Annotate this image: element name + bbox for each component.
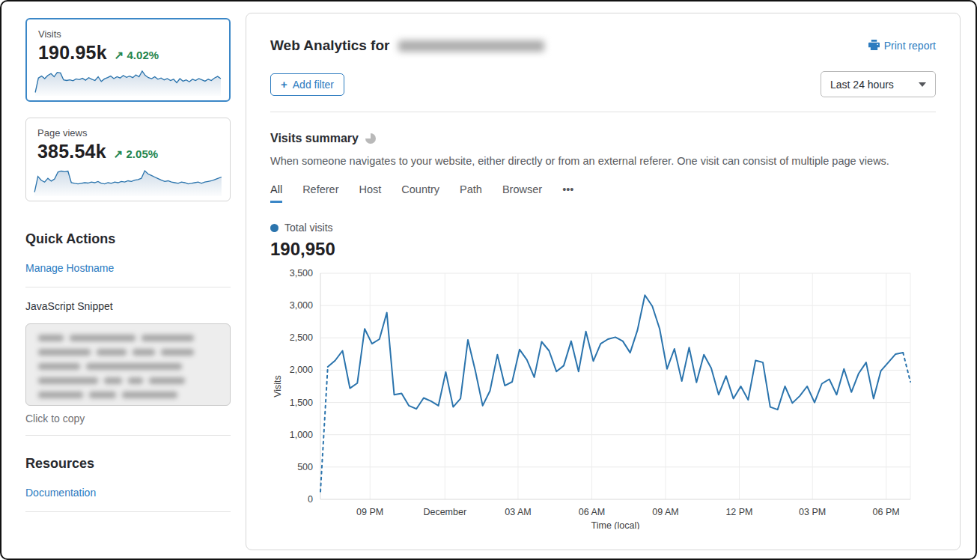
svg-text:3,500: 3,500: [290, 268, 313, 279]
time-range-select[interactable]: Last 24 hours: [821, 71, 936, 97]
divider: [25, 435, 231, 436]
javascript-snippet-box[interactable]: [25, 323, 231, 406]
visits-summary-section: Visits summary When someone navigates to…: [246, 112, 960, 532]
tab-referer[interactable]: Referer: [302, 183, 338, 203]
stat-card-visits[interactable]: Visits 190.95k ↗ 4.02%: [25, 18, 231, 102]
stat-card-pageviews[interactable]: Page views 385.54k ↗ 2.05%: [25, 118, 231, 201]
svg-text:500: 500: [297, 462, 313, 472]
svg-text:06 AM: 06 AM: [579, 507, 605, 517]
plus-icon: +: [281, 79, 287, 90]
print-report-link[interactable]: Print report: [868, 40, 936, 52]
stat-card-visits-label: Visits: [38, 28, 218, 40]
tab-path[interactable]: Path: [460, 183, 482, 203]
printer-icon: [868, 40, 880, 52]
divider: [25, 511, 231, 512]
svg-text:03 PM: 03 PM: [799, 507, 826, 517]
app-window: Visits 190.95k ↗ 4.02% Page views 385.54…: [0, 0, 977, 560]
divider: [25, 287, 231, 287]
chevron-down-icon: [919, 82, 926, 87]
main-header: Web Analytics for Print report + Add fil…: [246, 13, 960, 112]
resources-heading: Resources: [25, 456, 231, 472]
tab-more-ellipsis[interactable]: •••: [562, 183, 573, 203]
tab-country[interactable]: Country: [401, 183, 439, 203]
svg-text:1,500: 1,500: [290, 398, 313, 408]
svg-text:0: 0: [308, 494, 313, 505]
visits-line-chart: 05001,0001,5002,0002,5003,0003,50009 PMD…: [270, 266, 936, 532]
chart-legend: Total visits: [270, 222, 936, 234]
visits-sparkline: [33, 59, 223, 97]
svg-text:12 PM: 12 PM: [725, 507, 752, 517]
svg-text:2,000: 2,000: [290, 365, 313, 375]
trend-up-icon: ↗: [114, 147, 124, 160]
svg-text:1,000: 1,000: [290, 430, 313, 440]
tab-host[interactable]: Host: [359, 183, 381, 203]
svg-text:December: December: [423, 507, 466, 517]
svg-text:06 PM: 06 PM: [873, 507, 900, 517]
dimension-tabs: All Referer Host Country Path Browser ••…: [270, 183, 936, 203]
add-filter-button[interactable]: + Add filter: [270, 73, 344, 96]
svg-text:Visits: Visits: [273, 375, 283, 398]
main-panel: Web Analytics for Print report + Add fil…: [246, 13, 961, 550]
svg-text:3,000: 3,000: [290, 300, 313, 311]
legend-dot-icon: [270, 224, 279, 232]
svg-text:Time (local): Time (local): [591, 520, 640, 529]
click-to-copy-hint: Click to copy: [25, 413, 231, 424]
svg-text:09 PM: 09 PM: [356, 507, 383, 517]
page-title: Web Analytics for: [270, 37, 389, 54]
quick-actions-heading: Quick Actions: [25, 231, 231, 247]
tab-browser[interactable]: Browser: [502, 183, 542, 203]
total-visits-value: 190,950: [270, 239, 936, 260]
sidebar: Visits 190.95k ↗ 4.02% Page views 385.54…: [25, 18, 231, 512]
javascript-snippet-label: JavaScript Snippet: [25, 300, 231, 312]
pageviews-sparkline: [32, 159, 224, 197]
tab-all[interactable]: All: [270, 183, 282, 203]
blurred-domain: [398, 40, 544, 52]
stat-card-pageviews-label: Page views: [37, 127, 219, 139]
svg-text:03 AM: 03 AM: [505, 507, 531, 517]
svg-text:2,500: 2,500: [290, 332, 313, 343]
visits-summary-description: When someone navigates to your website, …: [270, 155, 936, 167]
legend-label: Total visits: [284, 222, 333, 234]
svg-text:09 AM: 09 AM: [652, 507, 678, 517]
documentation-link[interactable]: Documentation: [25, 487, 96, 499]
manage-hostname-link[interactable]: Manage Hostname: [25, 262, 114, 274]
help-pie-icon[interactable]: [365, 133, 376, 144]
visits-summary-title: Visits summary: [270, 132, 359, 145]
